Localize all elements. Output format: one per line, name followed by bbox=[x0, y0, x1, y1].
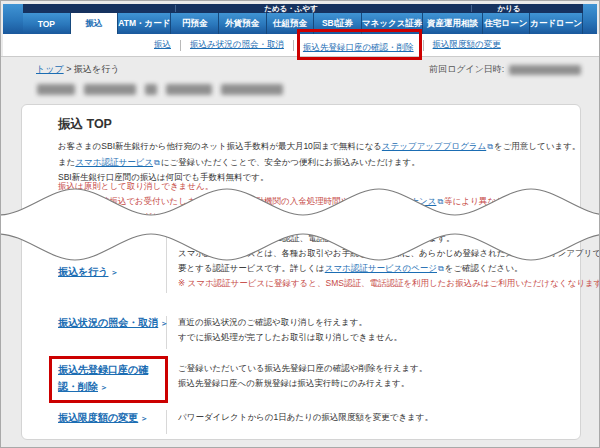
breadcrumb-current: 振込を行う bbox=[74, 64, 119, 74]
row4-desc-1: パワーダイレクトからの1日あたりの振込限度額を変更できます。 bbox=[178, 412, 433, 424]
last-login-info: 前回ログイン日時: bbox=[429, 63, 581, 76]
nav-left-cap bbox=[3, 4, 23, 34]
intro-paragraph: お客さまのSBI新生銀行から他行宛のネット振込手数料が最大月10回まで無料になる… bbox=[58, 139, 580, 186]
breadcrumb: トップ > 振込を行う bbox=[36, 63, 119, 76]
link-label: 振込限度額の変更 bbox=[58, 412, 138, 423]
subnav-furikomi[interactable]: 振込 bbox=[145, 39, 180, 51]
tab-structured-deposit[interactable]: 仕組預金 bbox=[267, 13, 315, 34]
chevron-right-icon: ＞ bbox=[100, 383, 108, 392]
external-link-icon: ⧉ bbox=[487, 139, 493, 155]
row2-desc-2: すでに振込処理が完了したお取引は取り消しできません。 bbox=[178, 332, 402, 344]
row1-desc-3: 要とする認証サービスです。詳しくはスマホ認証サービスのページ⧉をご確認ください。 bbox=[178, 263, 522, 275]
column-divider bbox=[166, 231, 167, 293]
link-registered-accounts[interactable]: 振込先登録口座の確認・削除＞ bbox=[58, 361, 158, 396]
last-login-label: 前回ログイン日時: bbox=[429, 63, 504, 76]
external-link-icon: ⧉ bbox=[438, 264, 444, 274]
intro-text: をご用意しています。 bbox=[494, 141, 580, 151]
row1-text: 要とする認証サービスです。詳しくは bbox=[178, 263, 325, 273]
maintenance-link[interactable]: システムメンテナンス bbox=[349, 196, 436, 206]
tab-sbi-securities[interactable]: SBI証券 bbox=[314, 13, 362, 34]
tab-home-loan[interactable]: 住宅ローン bbox=[483, 13, 531, 34]
external-link-icon: ⧉ bbox=[154, 155, 160, 171]
redacted-text bbox=[166, 84, 212, 95]
column-divider bbox=[166, 410, 167, 434]
row1-desc-1: スマホ認証サービス、SMS認証、電話認証によるお振込みが行えます。 bbox=[178, 233, 454, 245]
chevron-right-icon: ＞ bbox=[140, 414, 148, 423]
link-status-inquiry[interactable]: 振込状況の照会・取消＞ bbox=[58, 314, 170, 332]
row1-desc-2: スマホ認証サービスとは、各種お取引やお手続きを行う際に、あらかじめ登録されたスマ… bbox=[178, 248, 600, 260]
tab-atm-card[interactable]: ATM・カード bbox=[118, 13, 171, 34]
link-make-transfer[interactable]: 振込を行う＞ bbox=[58, 263, 118, 281]
tab-card-loan[interactable]: カードローン bbox=[530, 13, 583, 34]
chevron-right-icon: ＞ bbox=[160, 319, 168, 328]
redacted-text bbox=[145, 84, 157, 95]
row2-desc-1: 直近の振込状況のご確認や取り消しを行えます。 bbox=[178, 317, 367, 329]
tab-foreign-deposit[interactable]: 外貨預金 bbox=[219, 13, 267, 34]
tab-top[interactable]: TOP bbox=[23, 13, 71, 34]
breadcrumb-separator: > bbox=[66, 64, 71, 74]
intro-text: にご登録いただくことで、安全かつ便利にお振込みいただけます。 bbox=[161, 157, 420, 167]
nav-group-divider bbox=[471, 5, 472, 12]
warning-line-1: 振込は原則として取り消しできません。 bbox=[58, 181, 213, 193]
tab-yen-deposit[interactable]: 円預金 bbox=[171, 13, 219, 34]
row3-desc-2: 振込先登録口座への新規登録は振込実行時にのみ行えます。 bbox=[178, 378, 409, 390]
header-separator bbox=[1, 56, 600, 57]
stepup-program-link[interactable]: ステップアッププログラム bbox=[382, 141, 486, 151]
subnav-status-inquiry[interactable]: 振込み状況の照会・取消 bbox=[181, 39, 293, 51]
bank-transfer-page: ためる・ふやす かりる TOP 振込 ATM・カード 円預金 外貨預金 仕組預金… bbox=[0, 0, 600, 448]
row1-text: をご確認ください。 bbox=[445, 263, 523, 273]
warning-line-2: お振込は即時振込でお受付いたしますが、振込先金融機関の入金処理時間やシステムメン… bbox=[58, 196, 531, 208]
warning-text: 等により異なります。 bbox=[444, 196, 530, 206]
redacted-account-info bbox=[37, 84, 283, 95]
link-label: 振込を行う bbox=[58, 266, 108, 277]
redacted-login-datetime bbox=[509, 65, 581, 75]
redacted-text bbox=[221, 84, 283, 95]
subnav-registered-accounts[interactable]: 振込先登録口座の確認・削除 bbox=[294, 42, 423, 52]
smartphone-auth-page-link[interactable]: スマホ認証サービスのページ bbox=[325, 263, 437, 273]
nav-group-borrow-label: かりる bbox=[497, 4, 520, 13]
nav-group-divider bbox=[175, 5, 176, 12]
row3-desc-1: ご登録いただいている振込先登録口座の確認や削除を行えます。 bbox=[178, 363, 427, 375]
tab-asset-consulting[interactable]: 資産運用相談 bbox=[423, 13, 482, 34]
redacted-text bbox=[84, 84, 136, 95]
warning-line-3: 詳しくは各振込のページにて振込手続きをご確認ください。 bbox=[58, 211, 291, 223]
link-label: 振込状況の照会・取消 bbox=[58, 317, 158, 328]
intro-text: お客さまのSBI新生銀行から他行宛のネット振込手数料が最大月10回まで無料になる bbox=[58, 141, 382, 151]
intro-text: また bbox=[58, 157, 75, 167]
nav-right-cap bbox=[583, 4, 597, 34]
furikomi-top-panel: 振込 TOP お客さまのSBI新生銀行から他行宛のネット振込手数料が最大月10回… bbox=[21, 104, 581, 440]
sub-navigation: 振込 振込み状況の照会・取消 振込先登録口座の確認・削除 振込限度額の変更 bbox=[3, 34, 599, 56]
redacted-text bbox=[37, 84, 75, 95]
warning-text: お振込は即時振込でお受付いたしますが、振込先金融機関の入金処理時間や bbox=[58, 196, 349, 206]
tab-bar: TOP 振込 ATM・カード 円預金 外貨預金 仕組預金 SBI証券 マネックス… bbox=[23, 13, 583, 34]
chevron-right-icon: ＞ bbox=[110, 268, 118, 277]
nav-group-save-label: ためる・ふやす bbox=[264, 4, 318, 13]
link-limit-change[interactable]: 振込限度額の変更＞ bbox=[58, 409, 148, 427]
row1-note-red: ※ スマホ認証サービスに登録すると、SMS認証、電話認証を利用したお振込みはご利… bbox=[178, 278, 600, 290]
main-navigation: ためる・ふやす かりる TOP 振込 ATM・カード 円預金 外貨預金 仕組預金… bbox=[3, 4, 597, 34]
page-title: 振込 TOP bbox=[58, 116, 112, 133]
tab-furikomi[interactable]: 振込 bbox=[71, 13, 119, 34]
column-divider bbox=[166, 362, 167, 398]
external-link-icon: ⧉ bbox=[437, 197, 443, 207]
subnav-limit-change[interactable]: 振込限度額の変更 bbox=[424, 39, 510, 51]
breadcrumb-home-link[interactable]: トップ bbox=[36, 64, 64, 74]
smartphone-auth-link[interactable]: スマホ認証サービス bbox=[75, 157, 153, 167]
tab-monex-securities[interactable]: マネックス証券 bbox=[362, 13, 424, 34]
nav-group-strip: ためる・ふやす かりる bbox=[23, 4, 583, 13]
